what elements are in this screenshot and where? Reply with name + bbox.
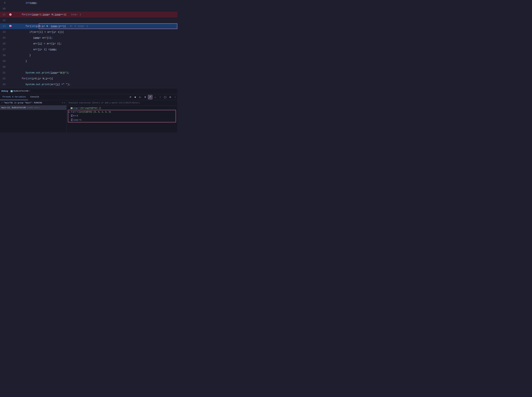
breakpoint-icon	[9, 13, 12, 16]
inline-value: N: 5 loop: 1	[70, 25, 88, 28]
var-N-icon: 1001	[71, 114, 73, 117]
var-args-icon: P	[71, 107, 73, 109]
code-line-15: 15temp = arr[i];	[0, 35, 177, 41]
code-content: System.out.print(arr[i] + " ");	[24, 83, 177, 86]
code-line-11: 11for (int loop = 1; loop < N; loop++) {…	[0, 12, 177, 18]
var-N-expand[interactable]	[69, 115, 71, 117]
line-number: 14	[0, 31, 8, 33]
line-number: 17	[0, 48, 8, 51]
var-loop-icon: 1001	[71, 119, 73, 121]
stop-button[interactable]: ■	[133, 95, 137, 99]
stack-frame-item[interactable]: main:13, BubbleTest06 (ex03.test)	[0, 105, 66, 110]
line-number: 9	[0, 1, 8, 4]
thread-filter-icon[interactable]: ▽	[62, 102, 63, 104]
more-button[interactable]: ⋮	[173, 95, 177, 99]
stack-method: main:13, BubbleTest06	[1, 106, 26, 109]
var-arr-value: {int[5]@733} [5, 8, 2, 4, 3]	[78, 111, 111, 113]
stack-file: (ex03.test)	[27, 106, 40, 109]
line-number: 16	[0, 42, 8, 45]
thread-check-icon: ✓	[1, 102, 2, 104]
eval-placeholder: Evaluate expression (Enter) or add a wat…	[69, 102, 140, 104]
code-line-12: 12	[0, 18, 177, 23]
code-line-22: 22for (int i = 0; i < N; i++) {	[0, 76, 177, 81]
code-line-16: 16arr[i] = arr[i + 1];	[0, 41, 177, 47]
line-number: 10	[0, 7, 8, 10]
code-line-21: 21System.out.print(loop + "회전");	[0, 70, 177, 76]
var-arr: ▶ ≡ arr = {int[5]@733} [5, 8, 2, 4, 3]	[68, 110, 176, 114]
svg-marker-0	[9, 25, 12, 27]
line-number: 19	[0, 60, 8, 62]
tab-console[interactable]: Console	[28, 94, 41, 100]
code-line-18: 18}	[0, 52, 177, 58]
tab-threads-variables[interactable]: Threads & Variables	[0, 94, 28, 100]
mute-breakpoints-button[interactable]: ⊘	[168, 95, 172, 99]
var-args-expand[interactable]	[68, 107, 71, 109]
code-line-14: 14if (arr[i] > arr[i + 1]) {	[0, 29, 177, 35]
line-number: 13	[0, 25, 8, 28]
code-content: int temp;	[24, 1, 177, 4]
line-number: 20	[0, 66, 8, 68]
step-into-button[interactable]: ↓	[153, 95, 157, 99]
code-content: arr[i] = arr[i + 1];	[32, 42, 177, 45]
code-content: if (arr[i] > arr[i + 1]) {	[28, 31, 177, 33]
var-args-value: {String[0]@732} []	[80, 107, 101, 109]
debug-label: Debug	[1, 90, 8, 93]
eval-body: P args = {String[0]@732} [] ▶ ≡ arr = {i…	[67, 105, 177, 132]
line-number: 18	[0, 54, 8, 57]
tab-close[interactable]: ×	[29, 90, 30, 92]
var-loop-equals: =	[79, 119, 80, 121]
resume-button[interactable]: ▷	[138, 95, 142, 99]
code-content: for (int i = 0; i < N - loop; i++) {N: 5…	[24, 25, 177, 28]
tab-file-icon: J	[11, 90, 13, 92]
line-number: 21	[0, 71, 8, 74]
code-content: for (int loop = 1; loop < N; loop++) {lo…	[20, 13, 177, 16]
var-N: 1001 N = 5	[68, 114, 176, 118]
code-line-23: 23System.out.print(arr[i] + " ");	[0, 81, 177, 87]
line-number: 22	[0, 77, 8, 80]
var-N-value: 5	[77, 115, 78, 117]
tab-threads-label: Threads & Variables	[2, 96, 26, 98]
var-arr-expand[interactable]: ▶	[69, 111, 71, 113]
var-args-equals: =	[78, 107, 80, 109]
debug-panel: Debug J BubbleTest06 × Threads & Variabl…	[0, 88, 177, 132]
threads-panel: ✓ "main"@1 in group "main": RUNNING ▽ ∨ …	[0, 100, 67, 132]
code-line-20: 20	[0, 64, 177, 70]
variables-red-box: ▶ ≡ arr = {int[5]@733} [5, 8, 2, 4, 3] 1…	[68, 110, 176, 122]
code-line-10: 10	[0, 6, 177, 12]
code-content: temp = arr[i];	[32, 37, 177, 39]
code-content: System.out.print(loop + "회전");	[24, 71, 177, 74]
code-editor: 9int temp;1011for (int loop = 1; loop < …	[0, 0, 177, 88]
debug-content: ✓ "main"@1 in group "main": RUNNING ▽ ∨ …	[0, 100, 177, 132]
var-loop-expand[interactable]	[69, 119, 71, 121]
thread-name: "main"@1 in group "main": RUNNING	[4, 102, 42, 104]
code-line-19: 19}	[0, 58, 177, 64]
var-loop-name: loop	[73, 119, 78, 121]
code-line-13: 13for (int i = 0; i < N - loop; i++) {N:…	[0, 23, 177, 29]
step-out-button[interactable]: ↑	[158, 95, 162, 99]
drop-frame-button[interactable]: ◯	[163, 95, 167, 99]
code-line-17: 17arr[i + 1] = temp;	[0, 47, 177, 52]
breakpoint-area	[8, 25, 12, 28]
code-content: arr[i + 1] = temp;	[32, 48, 177, 51]
thread-collapse-icon[interactable]: ∨	[64, 102, 65, 104]
thread-header: ✓ "main"@1 in group "main": RUNNING ▽ ∨	[0, 100, 66, 105]
line-number: 12	[0, 19, 8, 22]
tab-console-label: Console	[30, 96, 39, 98]
line-number: 23	[0, 83, 8, 86]
breakpoint-area	[8, 13, 12, 16]
var-loop: 1001 loop = 1	[68, 118, 176, 122]
step-over-button[interactable]: ↱	[148, 95, 152, 99]
debug-tabbar: Debug J BubbleTest06 ×	[0, 88, 177, 94]
tab-filename[interactable]: BubbleTest06	[13, 90, 28, 92]
inline-value: loop: 1	[71, 13, 81, 16]
debug-toolbar: ↺ ■ ▷ ⏸ ↱ ↓ ↑ ◯ ⊘ ⋮	[128, 95, 177, 99]
code-content: }	[28, 54, 177, 57]
eval-header[interactable]: Evaluate expression (Enter) or add a wat…	[67, 100, 177, 105]
var-N-name: N	[73, 115, 74, 117]
var-args: P args = {String[0]@732} []	[68, 106, 176, 110]
pause-button[interactable]: ⏸	[143, 95, 147, 99]
code-content: }	[24, 60, 177, 62]
evaluate-area: Evaluate expression (Enter) or add a wat…	[67, 100, 177, 132]
code-line-9: 9int temp;	[0, 0, 177, 6]
restart-button[interactable]: ↺	[128, 95, 132, 99]
